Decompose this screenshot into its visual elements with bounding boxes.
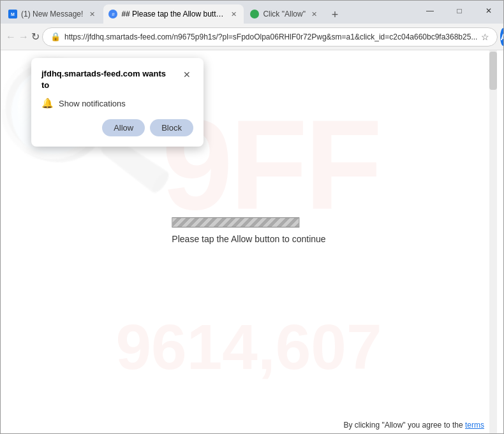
watermark-bottom: 9614,607 [115,310,382,384]
forward-button[interactable]: → [19,28,29,46]
tab-close-click[interactable]: ✕ [309,9,320,19]
security-icon: 🔒 [50,32,61,41]
terms-link[interactable]: terms [465,421,484,430]
popup-domain: jfdhq.smartads-feed.com [41,69,140,78]
progress-text: Please tap the Allow button to continue [172,234,325,244]
tab-smartads[interactable]: # ## Please tap the Allow button... ✕ [103,4,244,24]
tab-close-smartads[interactable]: ✕ [228,9,239,19]
profile-icon[interactable]: A [500,28,504,46]
address-bar-row: ← → ↻ 🔒 https://jfdhq.smartads-feed.com/… [1,24,503,50]
address-bar[interactable]: 🔒 https://jfdhq.smartads-feed.com/n9675p… [42,27,498,47]
tab-click-allow[interactable]: Click "Allow" ✕ [245,4,325,24]
footer-label: By clicking "Allow" you agree to the [343,421,465,430]
progress-bar [172,217,299,228]
tab-title-smartads: ## Please tap the Allow button... [121,10,225,18]
progress-container: Please tap the Allow button to continue [172,217,325,244]
popup-permission-row: 🔔 Show notifications [41,98,193,109]
tab-new-message[interactable]: M (1) New Message! ✕ [3,4,102,24]
popup-header: jfdhq.smartads-feed.com wants to ✕ [41,68,193,91]
minimize-button[interactable]: — [415,1,445,21]
bell-icon: 🔔 [41,98,54,109]
bookmark-icon[interactable]: ☆ [481,32,489,42]
tab-favicon-click [250,10,259,18]
notification-popup: jfdhq.smartads-feed.com wants to ✕ 🔔 Sho… [31,58,204,147]
page-content: 🔍 9FF 9614,607 jfdhq.smartads-feed.com w… [1,50,497,434]
popup-title: jfdhq.smartads-feed.com wants to [41,68,175,91]
back-button[interactable]: ← [6,28,16,46]
close-button[interactable]: ✕ [474,1,503,21]
permission-label: Show notifications [59,99,126,108]
tab-favicon-smartads: # [108,10,117,18]
scrollbar[interactable] [489,50,497,434]
address-url[interactable]: https://jfdhq.smartads-feed.com/n9675p9h… [64,33,477,41]
browser-window: M (1) New Message! ✕ # ## Please tap the… [0,0,504,434]
block-button[interactable]: Block [150,119,193,136]
tab-favicon-new-message: M [8,10,17,18]
tab-close-new-message[interactable]: ✕ [87,9,97,19]
maximize-button[interactable]: □ [445,1,474,21]
popup-actions: Allow Block [41,119,193,136]
popup-close-button[interactable]: ✕ [181,68,193,81]
new-tab-button[interactable]: + [326,6,344,24]
allow-button[interactable]: Allow [102,119,145,136]
window-controls: — □ ✕ [415,1,503,21]
tab-title-new-message: (1) New Message! [21,10,83,18]
reload-button[interactable]: ↻ [31,28,40,46]
tab-bar: M (1) New Message! ✕ # ## Please tap the… [1,1,503,24]
footer-text: By clicking "Allow" you agree to the ter… [343,421,484,430]
tab-title-click: Click "Allow" [263,10,306,18]
scrollbar-thumb[interactable] [489,52,497,90]
